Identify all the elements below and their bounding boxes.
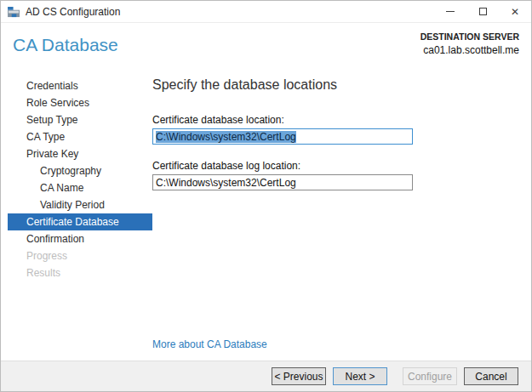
adcs-wizard-icon: [8, 6, 20, 17]
next-button[interactable]: Next >: [333, 367, 387, 385]
page-title: CA Database: [13, 35, 118, 72]
minimize-button[interactable]: [434, 1, 466, 22]
sidebar-item-cryptography[interactable]: Cryptography: [1, 162, 152, 179]
window-controls: ✕: [434, 1, 531, 22]
certificate-database-location-input[interactable]: C:\Windows\system32\CertLog: [152, 128, 413, 145]
destination-server-block: DESTINATION SERVER ca01.lab.scottbell.me: [420, 31, 519, 72]
sidebar-item-results: Results: [1, 264, 152, 281]
destination-server-name: ca01.lab.scottbell.me: [420, 44, 519, 56]
sidebar-item-private-key[interactable]: Private Key: [1, 145, 152, 162]
sidebar-item-setup-type[interactable]: Setup Type: [1, 111, 152, 128]
main-content: Specify the database locations Certifica…: [152, 72, 531, 361]
minimize-icon: [446, 11, 455, 12]
close-button[interactable]: ✕: [499, 1, 531, 22]
selected-input-text: C:\Windows\system32\CertLog: [156, 131, 296, 143]
sidebar-item-certificate-database[interactable]: Certificate Database: [8, 213, 152, 230]
maximize-button[interactable]: [466, 1, 499, 22]
more-about-ca-database-link[interactable]: More about CA Database: [152, 338, 267, 350]
sidebar-item-progress: Progress: [1, 247, 152, 264]
close-icon: ✕: [511, 6, 519, 18]
input-text: C:\Windows\system32\CertLog: [156, 177, 296, 189]
wizard-steps-sidebar: Credentials Role Services Setup Type CA …: [1, 72, 152, 361]
certificate-database-log-location-input[interactable]: C:\Windows\system32\CertLog: [152, 174, 413, 190]
certificate-database-location-label: Certificate database location:: [152, 114, 531, 126]
sidebar-item-confirmation[interactable]: Confirmation: [1, 230, 152, 247]
content-heading: Specify the database locations: [152, 77, 531, 93]
cancel-button[interactable]: Cancel: [464, 367, 518, 385]
window-title: AD CS Configuration: [26, 6, 120, 18]
maximize-icon: [479, 8, 487, 15]
sidebar-item-credentials[interactable]: Credentials: [1, 77, 152, 94]
wizard-body: Credentials Role Services Setup Type CA …: [1, 72, 531, 361]
adcs-configuration-window: AD CS Configuration ✕ CA Database DESTIN…: [0, 0, 532, 392]
titlebar: AD CS Configuration ✕: [1, 1, 531, 23]
previous-button[interactable]: < Previous: [272, 367, 326, 385]
sidebar-item-validity-period[interactable]: Validity Period: [1, 196, 152, 213]
configure-button: Configure: [403, 367, 457, 385]
sidebar-item-ca-name[interactable]: CA Name: [1, 179, 152, 196]
destination-server-label: DESTINATION SERVER: [420, 31, 519, 42]
wizard-header: CA Database DESTINATION SERVER ca01.lab.…: [1, 23, 531, 72]
sidebar-item-role-services[interactable]: Role Services: [1, 94, 152, 111]
sidebar-item-ca-type[interactable]: CA Type: [1, 128, 152, 145]
wizard-footer: < Previous Next > Configure Cancel: [1, 361, 531, 391]
certificate-database-log-location-label: Certificate database log location:: [152, 160, 531, 172]
